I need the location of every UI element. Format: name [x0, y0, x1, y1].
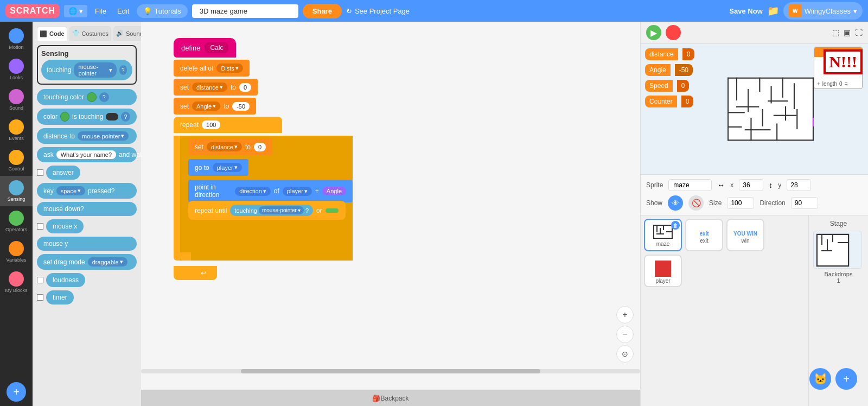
- zoom-in-button[interactable]: +: [616, 306, 634, 323]
- key-pressed-block[interactable]: key space▾ pressed?: [37, 183, 137, 199]
- timer-block[interactable]: timer: [46, 290, 74, 304]
- mouse-pointer-dropdown[interactable]: mouse-pointer ▾: [74, 62, 116, 78]
- mp-dd-2[interactable]: mouse-pointer▾: [259, 206, 304, 214]
- sprite-thumb-player[interactable]: player: [644, 255, 682, 287]
- distance-val[interactable]: 0: [239, 83, 251, 92]
- touching-block[interactable]: touching mouse-pointer ▾ ?: [41, 60, 132, 80]
- set-drag-mode-block[interactable]: set drag mode draggable▾: [37, 254, 137, 270]
- green-condition[interactable]: [326, 208, 339, 213]
- answer-checkbox[interactable]: [37, 169, 43, 176]
- set-dist-inner-block[interactable]: set distance▾ to 0: [188, 138, 272, 155]
- set-angle-block[interactable]: set Angle▾ to -50: [174, 98, 256, 115]
- green-flag-button[interactable]: ▶: [646, 25, 661, 40]
- category-myblocks[interactable]: My Blocks: [0, 267, 33, 297]
- normal-stage-button[interactable]: ▣: [844, 28, 851, 37]
- distance-dropdown[interactable]: mouse-pointer ▾: [78, 131, 129, 141]
- color-swatch-1[interactable]: [87, 92, 97, 102]
- key-dropdown[interactable]: space▾: [56, 186, 85, 195]
- sync-icon: ↻: [346, 7, 352, 15]
- mouse-y-block[interactable]: mouse y: [37, 237, 137, 251]
- folder-icon[interactable]: 📁: [767, 5, 779, 17]
- timer-checkbox[interactable]: [37, 294, 43, 301]
- show-eye-button[interactable]: 👁: [668, 195, 683, 211]
- repeat-100-block[interactable]: repeat 100: [174, 117, 282, 133]
- hide-eye-button[interactable]: 🚫: [688, 195, 704, 211]
- distance-var-dd[interactable]: distance▾: [192, 83, 227, 92]
- delete-all-block[interactable]: delete all of Dists▾: [174, 60, 250, 77]
- category-sound[interactable]: Sound: [0, 85, 33, 115]
- sprite-y-input[interactable]: [787, 179, 811, 191]
- sprite-x-input[interactable]: [739, 179, 763, 191]
- see-project-button[interactable]: ↻ See Project Page: [346, 7, 410, 15]
- touching-color-block[interactable]: touching color ?: [37, 89, 137, 105]
- category-motion[interactable]: Motion: [0, 24, 33, 54]
- loudness-checkbox[interactable]: [37, 277, 43, 283]
- mouse-x-block[interactable]: mouse x: [46, 219, 84, 233]
- shrink-stage-button[interactable]: ⬚: [832, 28, 839, 37]
- distance-to-block[interactable]: distance to mouse-pointer ▾: [37, 128, 137, 144]
- backpack-bar[interactable]: 🎒 Backpack: [141, 390, 640, 406]
- dists-dropdown[interactable]: Dists▾: [216, 64, 242, 73]
- var-angle: Angle -50: [645, 64, 694, 76]
- repeat-val[interactable]: 100: [202, 120, 220, 129]
- cat-button[interactable]: 🐱: [809, 368, 831, 390]
- sprite-name-input[interactable]: [668, 179, 712, 191]
- zoom-out-button[interactable]: −: [616, 326, 634, 343]
- category-control[interactable]: Control: [0, 145, 33, 176]
- direction-input[interactable]: [791, 197, 818, 209]
- angle-val[interactable]: -50: [232, 102, 250, 111]
- player-dd[interactable]: player▾: [213, 163, 242, 172]
- point-direction-block[interactable]: point in direction direction▾ of player▾…: [188, 180, 353, 202]
- tab-costumes[interactable]: 👕 Costumes: [69, 26, 112, 41]
- repeat-until-block[interactable]: repeat until touching mouse-pointer▾ ? o…: [188, 201, 346, 220]
- category-operators[interactable]: Operators: [0, 206, 33, 237]
- ask-input[interactable]: What's your name?: [56, 150, 116, 159]
- zoom-reset-button[interactable]: ⊙: [616, 345, 634, 363]
- define-calc-block[interactable]: define Calc: [174, 38, 236, 58]
- mouse-down-block[interactable]: mouse down?: [37, 202, 137, 216]
- edit-menu[interactable]: Edit: [114, 5, 132, 17]
- go-to-player-block[interactable]: go to player▾: [188, 159, 248, 176]
- project-title-input[interactable]: [192, 4, 298, 18]
- scratch-logo[interactable]: SCRATCH: [5, 4, 60, 18]
- sprite-thumb-win[interactable]: YOU WIN win: [726, 219, 764, 251]
- save-now-button[interactable]: Save Now: [729, 7, 762, 15]
- sprite-thumb-exit[interactable]: exit exit: [685, 219, 723, 251]
- category-variables[interactable]: Variables: [0, 237, 33, 267]
- dist-inner-val[interactable]: 0: [254, 143, 266, 151]
- stage-thumbnail[interactable]: [813, 231, 862, 269]
- direction-dd[interactable]: direction▾: [235, 187, 271, 196]
- add-extension-button[interactable]: +: [0, 378, 33, 406]
- stop-button[interactable]: [666, 25, 681, 40]
- category-events[interactable]: Events: [0, 115, 33, 145]
- mousex-checkbox[interactable]: [37, 223, 43, 230]
- dist-inner-dd[interactable]: distance▾: [207, 142, 242, 151]
- category-looks[interactable]: Looks: [0, 54, 33, 85]
- size-input[interactable]: [727, 197, 754, 209]
- tab-code[interactable]: ⬛ Code: [37, 26, 67, 41]
- tutorials-button[interactable]: 💡 Tutorials: [137, 4, 187, 18]
- file-menu[interactable]: File: [92, 5, 110, 17]
- color-touching-block[interactable]: color is touching ?: [37, 109, 137, 125]
- fullscreen-button[interactable]: ⛶: [855, 28, 863, 37]
- add-sprite-button[interactable]: +: [835, 368, 857, 390]
- user-badge[interactable]: W WiingyClasses ▾: [783, 2, 863, 20]
- set-distance-block[interactable]: set distance▾ to 0: [174, 79, 258, 96]
- draggable-dropdown[interactable]: draggable▾: [88, 257, 127, 267]
- answer-block[interactable]: answer: [46, 166, 80, 180]
- angle-var-dd[interactable]: Angle▾: [192, 101, 220, 111]
- sprite-thumb-maze[interactable]: 🗑 maze: [644, 219, 682, 251]
- globe-button[interactable]: 🌐 ▾: [64, 5, 87, 17]
- scrollbar-thumb[interactable]: [241, 369, 540, 373]
- category-sensing[interactable]: Sensing: [0, 176, 33, 206]
- share-button[interactable]: Share: [303, 4, 342, 18]
- toggle-1[interactable]: [106, 113, 118, 120]
- tab-sounds[interactable]: 🔊 Sounds: [113, 26, 141, 41]
- loudness-block[interactable]: loudness: [46, 273, 85, 287]
- ask-block[interactable]: ask What's your name? and wait: [37, 147, 137, 162]
- angle-pill[interactable]: Angle: [322, 187, 346, 195]
- player-dd-2[interactable]: player▾: [283, 187, 312, 196]
- delete-maze-button[interactable]: 🗑: [671, 221, 680, 230]
- color-swatch-2[interactable]: [60, 112, 69, 122]
- touching-condition[interactable]: touching mouse-pointer▾ ?: [230, 205, 313, 216]
